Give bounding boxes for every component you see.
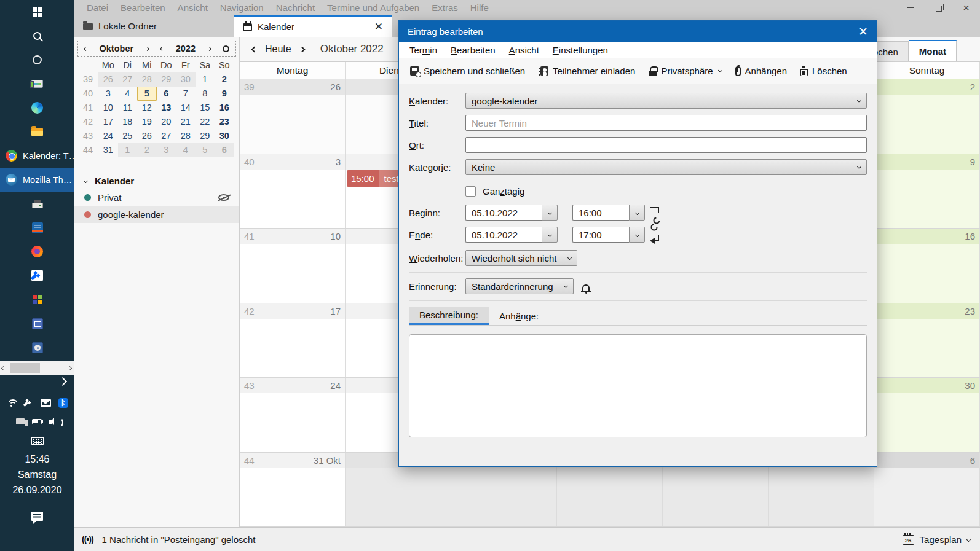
taskbar-item-firefox[interactable] — [0, 240, 74, 264]
minical-day[interactable]: 14 — [176, 101, 196, 115]
minical-day[interactable]: 28 — [137, 72, 157, 87]
taskbar-item-laptop-app[interactable] — [0, 311, 74, 335]
taskbar-item-cortana[interactable] — [0, 48, 74, 72]
calendar-list-header[interactable]: Kalender — [84, 176, 239, 186]
minical-day[interactable]: 6 — [215, 143, 234, 157]
day-cell[interactable]: 4431 Okt — [240, 453, 346, 527]
day-cell[interactable]: 16 — [874, 229, 980, 303]
minical-day[interactable]: 12 — [137, 101, 157, 115]
tab-lokale-ordner[interactable]: Lokale Ordner — [74, 15, 234, 37]
minical-day[interactable]: 13 — [157, 101, 176, 115]
prev-period-icon[interactable] — [251, 46, 258, 52]
start-date-input[interactable]: 05.10.2022 — [465, 205, 542, 221]
minical-day[interactable]: 7 — [176, 87, 196, 101]
minical-day[interactable]: 20 — [157, 115, 176, 129]
minical-day[interactable]: 28 — [176, 129, 196, 143]
minical-day[interactable]: 26 — [137, 129, 157, 143]
minical-day[interactable]: 15 — [196, 101, 215, 115]
taskbar-item-printer[interactable] — [0, 192, 74, 216]
mini-calendar-month[interactable]: Oktober — [100, 44, 134, 53]
location-input[interactable] — [465, 137, 867, 153]
minical-day[interactable]: 11 — [118, 101, 138, 115]
dialog-titlebar[interactable]: Eintrag bearbeiten ✕ — [399, 21, 877, 42]
next-period-icon[interactable] — [299, 46, 305, 52]
minical-day[interactable]: 19 — [137, 115, 157, 129]
minical-day[interactable]: 29 — [196, 129, 215, 143]
taskbar-item-thunderbird[interactable]: Mozilla Th… — [0, 168, 74, 192]
dialog-close-icon[interactable]: ✕ — [858, 25, 868, 39]
mini-calendar-year[interactable]: 2022 — [176, 44, 196, 53]
dialog-menu-termin[interactable]: Termin — [403, 45, 444, 55]
end-date-dropdown-button[interactable] — [542, 227, 558, 243]
title-input[interactable]: Neuer Termin — [465, 115, 867, 131]
minical-day[interactable]: 31 — [98, 143, 118, 157]
taskbar-item-bank[interactable] — [0, 216, 74, 240]
prev-month-icon[interactable] — [84, 46, 88, 50]
minical-day[interactable]: 3 — [157, 143, 176, 157]
minical-day[interactable]: 26 — [98, 72, 118, 87]
minical-day[interactable]: 8 — [196, 87, 215, 101]
minical-day[interactable]: 29 — [157, 72, 176, 87]
menu-hilfe[interactable]: Hilfe — [464, 2, 495, 13]
day-cell[interactable]: 6 — [874, 453, 980, 527]
day-cell[interactable]: 4324 — [240, 378, 346, 452]
toolbar-lock-button[interactable]: Privatsphäre — [642, 61, 727, 82]
menu-termine-und-aufgaben[interactable]: Termine und Aufgaben — [321, 2, 425, 13]
dropbox-tray-icon[interactable] — [24, 399, 33, 407]
scrollbar-thumb[interactable] — [10, 363, 40, 373]
toolbar-trash-button[interactable]: Löschen — [794, 61, 853, 82]
tab-kalender[interactable]: Kalender ✕ — [234, 15, 392, 37]
taskbar-item-search[interactable] — [0, 24, 74, 48]
start-time-combo[interactable]: 16:00 — [572, 205, 645, 221]
minical-day[interactable]: 25 — [118, 129, 138, 143]
scroll-right-icon[interactable] — [68, 365, 72, 370]
restore-button[interactable] — [925, 0, 952, 15]
minical-day[interactable]: 16 — [215, 101, 234, 115]
action-center-button[interactable] — [0, 512, 74, 521]
taskbar-item-disc-app[interactable] — [0, 335, 74, 359]
menu-extras[interactable]: Extras — [425, 2, 464, 13]
day-cell[interactable]: 9 — [874, 154, 980, 229]
repeat-select[interactable]: Wiederholt sich nicht — [465, 250, 577, 266]
menu-bearbeiten[interactable]: Bearbeiten — [114, 2, 172, 13]
tab-close-icon[interactable]: ✕ — [374, 20, 383, 33]
minical-day[interactable]: 18 — [118, 115, 138, 129]
end-time-dropdown-button[interactable] — [629, 227, 645, 243]
mail-icon[interactable] — [41, 399, 51, 407]
minical-day[interactable]: 22 — [196, 115, 215, 129]
minical-day[interactable]: 6 — [157, 87, 176, 101]
end-time-input[interactable]: 17:00 — [572, 227, 629, 243]
minical-day[interactable]: 9 — [215, 87, 234, 101]
tray-expand-button[interactable] — [60, 376, 66, 386]
taskbar-item-explorer[interactable] — [0, 120, 74, 144]
reminder-select[interactable]: Standarderinnerung — [465, 278, 574, 294]
next-month-icon[interactable] — [145, 46, 149, 50]
toolbar-save-button[interactable]: Speichern und schließen — [404, 61, 531, 82]
day-cell[interactable]: 23 — [874, 303, 980, 378]
dialog-menu-bearbeiten[interactable]: Bearbeiten — [444, 45, 502, 55]
day-cell[interactable]: 3926 — [240, 79, 346, 154]
taskbar-scrollbar[interactable] — [0, 361, 74, 375]
end-date-input[interactable]: 05.10.2022 — [465, 227, 542, 243]
calendar-list-item-Privat[interactable]: Privat — [74, 189, 239, 206]
minical-day[interactable]: 1 — [196, 72, 215, 87]
end-time-combo[interactable]: 17:00 — [572, 227, 645, 243]
speaker-icon[interactable] — [49, 420, 52, 424]
category-select[interactable]: Keine — [465, 159, 867, 175]
day-cell[interactable]: 4217 — [240, 303, 346, 378]
tab-beschreibung[interactable]: Beschreibung: — [409, 307, 489, 325]
menu-nachricht[interactable]: Nachricht — [270, 2, 321, 13]
start-date-combo[interactable]: 05.10.2022 — [465, 205, 558, 221]
toolbar-addressbook-button[interactable]: Teilnehmer einladen — [532, 61, 641, 82]
minical-day[interactable]: 2 — [215, 72, 234, 87]
monitor-icon[interactable] — [16, 418, 25, 424]
minical-day[interactable]: 5 — [137, 87, 157, 101]
keyboard-icon[interactable] — [31, 437, 44, 445]
start-time-dropdown-button[interactable] — [629, 205, 645, 221]
day-cell[interactable]: 30 — [874, 378, 980, 452]
toolbar-attach-button[interactable]: Anhängen — [729, 61, 793, 82]
link-start-end-icon[interactable] — [649, 205, 663, 245]
today-button[interactable]: Heute — [265, 44, 291, 55]
minical-day[interactable]: 3 — [98, 87, 118, 101]
wifi-icon[interactable] — [7, 399, 17, 407]
